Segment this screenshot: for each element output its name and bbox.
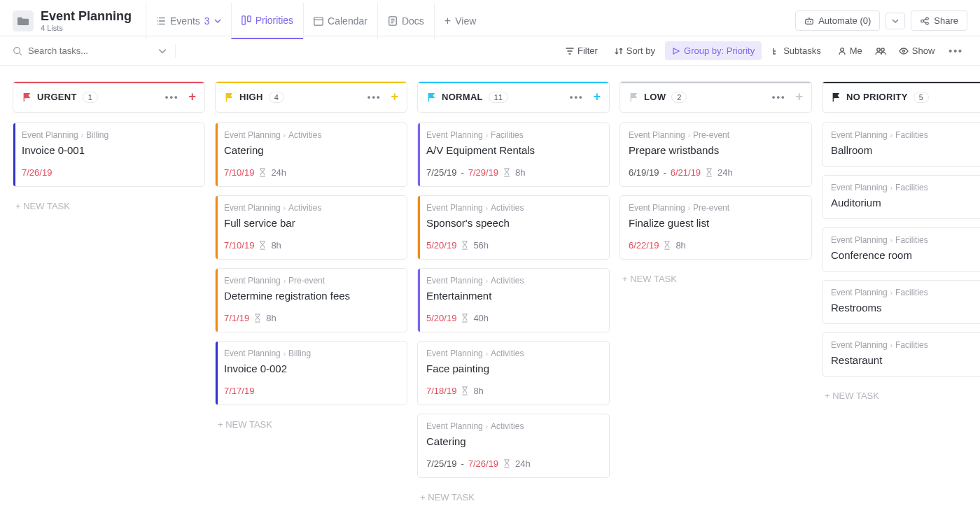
- new-task-button[interactable]: + NEW TASK: [822, 385, 980, 407]
- column-title: NO PRIORITY: [846, 92, 908, 102]
- svg-point-13: [881, 48, 884, 50]
- hourglass-icon: [461, 241, 469, 250]
- task-card[interactable]: Event Planning›Facilities A/V Equipment …: [417, 122, 610, 187]
- task-card[interactable]: Event Planning›Facilities Restrooms: [822, 280, 980, 324]
- new-task-button[interactable]: + NEW TASK: [620, 268, 812, 290]
- task-date: 7/18/19: [426, 386, 456, 396]
- task-estimate: 40h: [473, 313, 489, 323]
- filter-icon: [566, 47, 574, 55]
- task-meta: 7/25/19-7/29/198h: [426, 167, 601, 178]
- column-menu[interactable]: •••: [768, 89, 790, 105]
- task-title: Face painting: [426, 363, 601, 374]
- svg-point-14: [902, 50, 904, 52]
- subtasks-button[interactable]: Subtasks: [764, 41, 827, 60]
- task-card[interactable]: Event Planning›Activities Catering 7/25/…: [417, 414, 610, 478]
- title-area: Event Planning 4 Lists: [41, 9, 132, 32]
- more-menu[interactable]: •••: [944, 43, 967, 59]
- task-meta: 5/20/1940h: [426, 313, 601, 323]
- divider: [175, 44, 176, 58]
- tab-events[interactable]: Events 3: [146, 3, 231, 39]
- task-card[interactable]: Event Planning›Activities Face painting …: [417, 341, 610, 405]
- plus-icon: +: [444, 15, 451, 27]
- tab-priorities[interactable]: Priorities: [231, 3, 303, 39]
- task-card[interactable]: Event Planning›Billing Invoice 0-001 7/2…: [13, 122, 205, 187]
- automate-label: Automate (0): [818, 15, 871, 26]
- task-card[interactable]: Event Planning›Facilities Conference roo…: [822, 227, 980, 272]
- task-card[interactable]: Event Planning›Facilities Restaraunt: [822, 332, 980, 377]
- sort-button[interactable]: Sort by: [608, 41, 662, 60]
- task-breadcrumb: Event Planning›Activities: [426, 421, 601, 431]
- task-breadcrumb: Event Planning›Facilities: [831, 340, 980, 350]
- task-meta: 7/10/198h: [224, 240, 398, 251]
- svg-point-12: [877, 48, 880, 50]
- search-box[interactable]: [13, 45, 167, 56]
- task-breadcrumb: Event Planning›Pre-event: [629, 130, 803, 140]
- add-task-button[interactable]: +: [391, 90, 398, 104]
- task-title: Full service bar: [224, 217, 398, 229]
- tab-add-view[interactable]: + View: [434, 3, 486, 39]
- show-label: Show: [912, 45, 935, 56]
- column: NO PRIORITY 5 ••• Event Planning›Facilit…: [822, 81, 980, 407]
- column-header: HIGH 4 ••• +: [215, 81, 407, 113]
- new-task-button[interactable]: + NEW TASK: [215, 414, 407, 435]
- tab-calendar[interactable]: Calendar: [303, 3, 377, 39]
- column-menu[interactable]: •••: [161, 89, 183, 105]
- column-menu[interactable]: •••: [566, 89, 588, 105]
- column-header: NORMAL 11 ••• +: [417, 81, 610, 113]
- add-task-button[interactable]: +: [188, 90, 196, 104]
- automate-dropdown[interactable]: [886, 13, 905, 29]
- svg-point-10: [14, 47, 20, 53]
- task-card[interactable]: Event Planning›Pre-event Determine regis…: [215, 268, 407, 332]
- task-title: Prepare wristbands: [629, 144, 803, 156]
- task-card[interactable]: Event Planning›Billing Invoice 0-002 7/1…: [215, 341, 407, 405]
- svg-point-9: [926, 22, 929, 24]
- filter-button[interactable]: Filter: [559, 41, 605, 60]
- column-count: 1: [83, 92, 98, 103]
- task-title: Restrooms: [831, 302, 980, 314]
- add-task-button[interactable]: +: [795, 90, 803, 104]
- share-button[interactable]: Share: [911, 10, 967, 31]
- calendar-icon: [314, 16, 323, 26]
- task-card[interactable]: Event Planning›Activities Full service b…: [215, 195, 407, 260]
- hourglass-icon: [705, 168, 713, 177]
- svg-point-7: [921, 20, 924, 22]
- new-task-button[interactable]: + NEW TASK: [13, 195, 205, 217]
- task-card[interactable]: Event Planning›Facilities Auditorium: [822, 175, 980, 219]
- tab-count: 3: [204, 15, 210, 27]
- svg-rect-0: [242, 15, 245, 24]
- task-estimate: 24h: [271, 167, 286, 178]
- group-icon: [672, 47, 680, 55]
- task-date: 7/1/19: [224, 313, 249, 323]
- tab-label: Priorities: [255, 15, 293, 26]
- assignees-button[interactable]: [872, 43, 889, 59]
- task-estimate: 8h: [473, 386, 483, 396]
- column-menu[interactable]: •••: [363, 89, 386, 105]
- task-date: 6/19/19: [629, 167, 659, 178]
- me-button[interactable]: Me: [831, 41, 869, 60]
- robot-icon: [804, 16, 814, 26]
- share-label: Share: [934, 15, 958, 26]
- task-card[interactable]: Event Planning›Pre-event Finalize guest …: [620, 195, 812, 260]
- task-card[interactable]: Event Planning›Facilities Ballroom: [822, 122, 980, 167]
- automate-button[interactable]: Automate (0): [795, 10, 880, 31]
- tab-docs[interactable]: Docs: [377, 3, 434, 39]
- new-task-button[interactable]: + NEW TASK: [417, 486, 610, 508]
- page-title: Event Planning: [41, 9, 132, 24]
- svg-point-5: [808, 21, 809, 22]
- add-task-button[interactable]: +: [593, 90, 601, 104]
- group-button[interactable]: Group by: Priority: [665, 41, 762, 60]
- task-breadcrumb: Event Planning›Facilities: [831, 183, 980, 192]
- task-card[interactable]: Event Planning›Pre-event Prepare wristba…: [620, 122, 812, 187]
- task-card[interactable]: Event Planning›Activities Catering 7/10/…: [215, 122, 407, 187]
- filter-label: Filter: [578, 45, 598, 56]
- task-card[interactable]: Event Planning›Activities Entertainment …: [417, 268, 610, 332]
- column-title: NORMAL: [442, 92, 483, 102]
- chevron-down-icon[interactable]: [158, 47, 167, 55]
- show-button[interactable]: Show: [892, 41, 942, 60]
- task-meta: 6/19/19-6/21/1924h: [629, 167, 803, 178]
- flag-icon: [629, 92, 638, 102]
- hourglass-icon: [663, 241, 671, 250]
- search-input[interactable]: [28, 45, 153, 56]
- task-card[interactable]: Event Planning›Activities Sponsor's spee…: [417, 195, 610, 260]
- flag-icon: [22, 92, 31, 102]
